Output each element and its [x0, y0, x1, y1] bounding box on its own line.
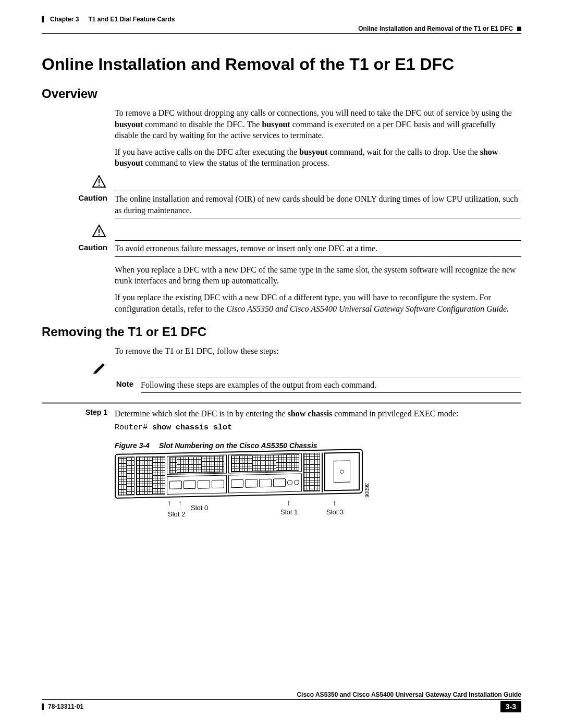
- page-title: Online Installation and Removal of the T…: [42, 55, 521, 74]
- chassis-diagram: 36006: [115, 454, 480, 499]
- post-caution-body: When you replace a DFC with a new DFC of…: [115, 264, 521, 314]
- caution-label: Caution: [42, 243, 115, 254]
- figure-sidenum: 36006: [364, 483, 370, 498]
- step-text: Determine which slot the DFC is in by en…: [115, 408, 521, 433]
- note-block: Note Following these steps are examples …: [42, 362, 521, 393]
- footer-docnum: 78-13311-01: [42, 703, 83, 710]
- svg-point-3: [99, 234, 100, 236]
- caution-1: Caution The online installation and remo…: [42, 175, 521, 218]
- note-label: Note: [42, 379, 141, 391]
- slot-2-bay: [167, 475, 227, 495]
- warning-icon: [42, 175, 125, 190]
- caution-label: Caution: [42, 193, 115, 216]
- footer-pagenum: 3-3: [500, 701, 521, 712]
- note-text: Following these steps are examples of th…: [141, 379, 521, 391]
- header-section: Online Installation and Removal of the T…: [42, 25, 521, 32]
- removing-heading: Removing the T1 or E1 DFC: [42, 325, 521, 339]
- overview-body: To remove a DFC without dropping any cal…: [115, 107, 521, 169]
- removing-intro: To remove the T1 or E1 DFC, follow these…: [115, 346, 521, 357]
- caution-text: To avoid erroneous failure messages, rem…: [115, 243, 521, 254]
- figure-caption: Figure 3-4Slot Numbering on the Cisco AS…: [115, 441, 521, 450]
- power-supply: [324, 452, 360, 491]
- page-footer: Cisco AS5350 and Cisco AS5400 Universal …: [42, 691, 521, 712]
- slot-labels: ↑Slot 0 ↑Slot 2 ↑Slot 1 ↑Slot 3: [115, 499, 480, 521]
- header-chapter: Chapter 3 T1 and E1 Dial Feature Cards: [42, 16, 175, 23]
- slot-3-bay: [228, 473, 302, 493]
- caution-2: Caution To avoid erroneous failure messa…: [42, 225, 521, 257]
- step-label: Step 1: [42, 408, 115, 433]
- warning-icon: [42, 225, 125, 239]
- step-1: Step 1 Determine which slot the DFC is i…: [42, 408, 521, 433]
- svg-point-1: [99, 184, 100, 186]
- overview-heading: Overview: [42, 87, 521, 101]
- note-icon: [42, 362, 125, 376]
- footer-guide-title: Cisco AS5350 and Cisco AS5400 Universal …: [42, 691, 521, 700]
- slot-1-bay: [228, 453, 302, 473]
- slot-0-bay: [167, 455, 227, 475]
- caution-text: The online installation and removal (OIR…: [115, 193, 521, 216]
